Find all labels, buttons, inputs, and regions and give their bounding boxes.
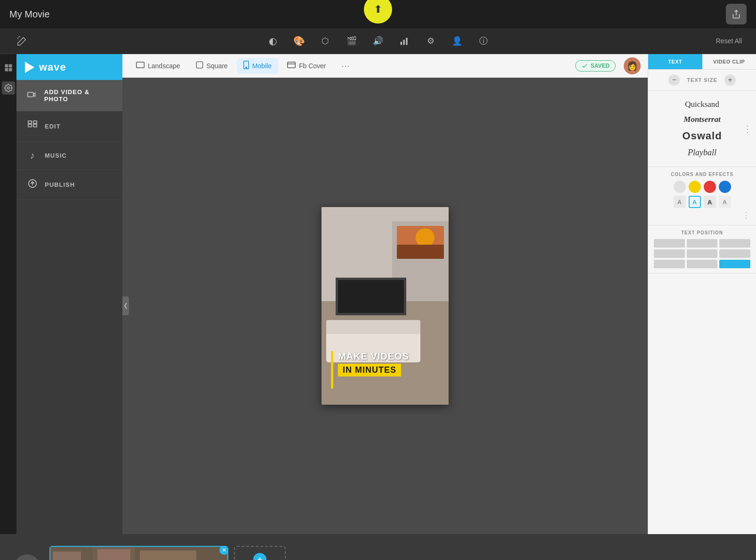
font-playball[interactable]: Playball bbox=[654, 145, 750, 160]
nav-add-video-label: ADD VIDEO & PHOTO bbox=[44, 88, 112, 103]
toolbar-left bbox=[14, 33, 30, 49]
svg-rect-10 bbox=[33, 121, 37, 124]
video-text-overlay: MAKE VIDEOS IN MINUTES bbox=[331, 351, 439, 376]
right-panel-tabs: TEXT VIDEO CLIP bbox=[648, 54, 756, 70]
svg-point-7 bbox=[7, 87, 9, 89]
effect-normal[interactable]: A bbox=[674, 196, 686, 208]
right-panel: TEXT VIDEO CLIP − TEXT SIZE + Quicksand … bbox=[648, 54, 756, 534]
tab-square[interactable]: Square bbox=[189, 58, 234, 73]
svg-rect-15 bbox=[196, 62, 202, 68]
svg-rect-9 bbox=[28, 121, 32, 124]
nav-music-label: MUSIC bbox=[45, 152, 67, 159]
canvas-content: MAKE VIDEOS IN MINUTES bbox=[122, 78, 648, 534]
timeline-content: ✕ bbox=[0, 534, 756, 560]
timeline-pause-button[interactable] bbox=[14, 554, 40, 560]
colors-label: COLORS AND EFFECTS bbox=[654, 172, 750, 177]
nav-publish[interactable]: PUBLISH bbox=[16, 170, 122, 200]
text-size-row: − TEXT SIZE + bbox=[654, 74, 750, 86]
crop-icon[interactable]: ⬡ bbox=[317, 33, 333, 49]
tab-text[interactable]: TEXT bbox=[648, 54, 702, 69]
text-position-section: TEXT POSITION bbox=[648, 225, 756, 273]
format-tabs: Landscape Square Mobile Fb Cover ⋯ bbox=[122, 54, 648, 78]
pos-top-center[interactable] bbox=[687, 239, 718, 248]
tab-fb-cover[interactable]: Fb Cover bbox=[281, 59, 333, 73]
cursor-icon: ⬆ bbox=[374, 3, 382, 16]
color-blue[interactable] bbox=[719, 181, 731, 193]
text-size-decrease[interactable]: − bbox=[668, 74, 680, 86]
effect-outlined[interactable]: A bbox=[689, 196, 701, 208]
sidebar-mini-home[interactable] bbox=[2, 61, 15, 74]
nav-music[interactable]: ♪ MUSIC bbox=[16, 142, 122, 170]
video-clip-item[interactable]: ✕ bbox=[49, 546, 228, 560]
pos-bot-left[interactable] bbox=[654, 260, 685, 268]
color-palette-icon[interactable]: 🎨 bbox=[291, 33, 307, 49]
pos-mid-right[interactable] bbox=[719, 249, 750, 258]
magic-wand-icon[interactable] bbox=[14, 33, 30, 49]
colors-section: COLORS AND EFFECTS A A A A ⋮ bbox=[648, 167, 756, 225]
clip-frame-3 bbox=[135, 547, 177, 560]
timeline-area: ✕ bbox=[0, 534, 756, 560]
saved-badge: SAVED bbox=[575, 60, 616, 72]
font-more-button[interactable]: ⋮ bbox=[743, 123, 752, 135]
chart-icon[interactable] bbox=[396, 33, 412, 49]
add-clip-plus-icon: + bbox=[253, 553, 266, 560]
effect-shadow[interactable]: A bbox=[704, 196, 716, 208]
more-formats-button[interactable]: ⋯ bbox=[338, 59, 354, 73]
pos-bot-center[interactable] bbox=[687, 260, 718, 268]
tab-video-clip[interactable]: VIDEO CLIP bbox=[702, 54, 756, 69]
nav-edit-label: EDIT bbox=[45, 123, 61, 130]
edit-icon bbox=[27, 120, 38, 133]
text-size-label: TEXT SIZE bbox=[687, 77, 717, 83]
fonts-section: Quicksand Montserrat Oswald Playball ⋮ bbox=[648, 91, 756, 167]
volume-icon[interactable]: 🔊 bbox=[370, 33, 386, 49]
pos-top-left[interactable] bbox=[654, 239, 685, 248]
timeline-clips: ✕ bbox=[49, 544, 742, 560]
svg-rect-6 bbox=[8, 68, 12, 72]
app-title: My Movie bbox=[9, 9, 50, 20]
pos-mid-center[interactable] bbox=[687, 249, 718, 258]
text-size-increase[interactable]: + bbox=[724, 74, 736, 86]
font-montserrat[interactable]: Montserrat bbox=[654, 112, 750, 127]
colors-grid bbox=[654, 181, 750, 193]
font-list: Quicksand Montserrat Oswald Playball bbox=[654, 96, 750, 162]
reset-all-button[interactable]: Reset All bbox=[716, 37, 742, 45]
tab-mobile[interactable]: Mobile bbox=[237, 58, 278, 74]
tab-landscape-label: Landscape bbox=[148, 62, 180, 70]
font-oswald[interactable]: Oswald bbox=[654, 128, 750, 144]
clip-frame-3-svg bbox=[135, 547, 228, 560]
svg-rect-12 bbox=[33, 124, 37, 127]
yellow-bar bbox=[331, 351, 333, 389]
filter-bw-icon[interactable]: ◐ bbox=[265, 33, 281, 49]
color-yellow[interactable] bbox=[689, 181, 701, 193]
user-avatar: 👩 bbox=[624, 57, 641, 74]
tab-landscape[interactable]: Landscape bbox=[129, 59, 187, 73]
user-icon[interactable]: 👤 bbox=[449, 33, 465, 49]
share-button[interactable] bbox=[726, 4, 747, 24]
tab-mobile-label: Mobile bbox=[252, 62, 272, 70]
pos-bot-right[interactable] bbox=[719, 260, 750, 268]
fb-cover-icon bbox=[287, 62, 296, 70]
info-icon[interactable]: ⓘ bbox=[475, 33, 491, 49]
svg-rect-29 bbox=[397, 245, 444, 259]
color-light-gray[interactable] bbox=[674, 181, 686, 193]
sidebar-mini-gear[interactable] bbox=[2, 81, 15, 95]
tab-fb-cover-label: Fb Cover bbox=[299, 62, 326, 70]
speed-icon[interactable]: ⚙ bbox=[423, 33, 439, 49]
top-bar-center: ⬆ bbox=[364, 7, 392, 21]
panel-toggle[interactable] bbox=[122, 296, 129, 315]
clip-close-button[interactable]: ✕ bbox=[219, 546, 228, 555]
color-red[interactable] bbox=[704, 181, 716, 193]
pos-mid-left[interactable] bbox=[654, 249, 685, 258]
effect-faded[interactable]: A bbox=[719, 196, 731, 208]
effects-more-button[interactable]: ⋮ bbox=[742, 210, 750, 220]
font-quicksand[interactable]: Quicksand bbox=[654, 97, 750, 112]
nav-publish-label: PUBLISH bbox=[45, 181, 75, 188]
add-clip-button[interactable]: + ADD VIDEO CLIP OR IMAGE bbox=[234, 546, 286, 560]
main-layout: wave ADD VIDEO & PHOTO EDIT ♪ MUSIC bbox=[0, 54, 756, 534]
wave-sidebar: wave ADD VIDEO & PHOTO EDIT ♪ MUSIC bbox=[16, 54, 122, 534]
svg-rect-24 bbox=[326, 320, 420, 334]
nav-add-video[interactable]: ADD VIDEO & PHOTO bbox=[16, 80, 122, 112]
pos-top-right[interactable] bbox=[719, 239, 750, 248]
video-camera-icon[interactable]: 🎬 bbox=[344, 33, 360, 49]
nav-edit[interactable]: EDIT bbox=[16, 112, 122, 142]
